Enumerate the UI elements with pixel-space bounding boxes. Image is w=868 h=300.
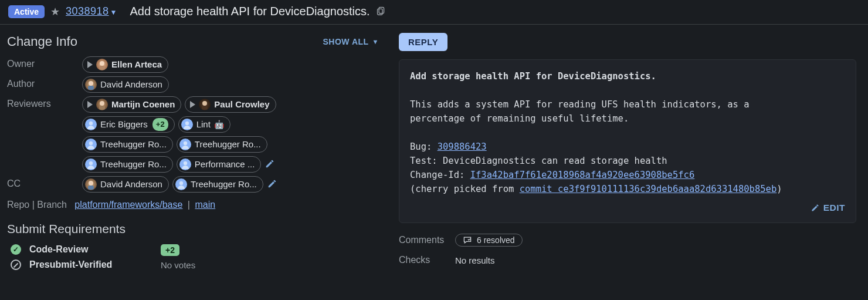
chevron-down-icon[interactable]: ▼ [110, 8, 117, 16]
vote-badge: +2 [152, 118, 168, 131]
repo-branch-row: Repo | Branch platform/frameworks/base |… [7, 200, 379, 210]
cherry-pre: (cherry picked from [410, 184, 520, 194]
avatar [85, 159, 97, 170]
copy-icon[interactable] [376, 6, 386, 18]
repo-branch-label: Repo | Branch [7, 200, 67, 210]
cc-chip[interactable]: Treehugger Ro... [172, 176, 263, 193]
robot-icon: 🤖 [214, 118, 224, 131]
show-all-button[interactable]: SHOW ALL ▼ [323, 37, 379, 46]
owner-chip[interactable]: Ellen Arteca [82, 56, 168, 73]
chevron-down-icon: ▼ [372, 38, 379, 45]
check-icon: ✓ [11, 244, 21, 255]
edit-button[interactable]: EDIT [811, 201, 845, 215]
blocked-icon [11, 259, 21, 270]
comments-chip[interactable]: 6 resolved [455, 234, 523, 247]
commit-body: This adds a system API for reading UFS h… [410, 99, 750, 124]
reviewers-label: Reviewers [7, 96, 82, 109]
vote-badge: +2 [161, 244, 179, 256]
changeid-link[interactable]: If3a42baf7f61e2018968af4a920ee63908be5fc… [470, 170, 695, 180]
requirement-name: Presubmit-Verified [29, 259, 152, 270]
reviewer-chip[interactable]: Lint 🤖 [178, 116, 230, 133]
edit-cc-icon[interactable] [267, 178, 277, 191]
requirement-row: ✓ Code-Review +2 [7, 242, 379, 257]
avatar [199, 99, 211, 110]
test-line: Test: DeviceDiagnostics can read storage… [410, 156, 667, 166]
reviewer-chip[interactable]: Paul Crowley [185, 96, 276, 113]
reviewer-chip[interactable]: Treehugger Ro... [177, 136, 267, 153]
checks-label: Checks [399, 255, 455, 265]
reviewer-chip[interactable]: Martijn Coenen [82, 96, 181, 113]
attention-icon [87, 61, 93, 68]
avatar [96, 99, 108, 110]
status-badge: Active [8, 5, 45, 18]
attention-icon [190, 101, 195, 108]
requirement-name: Code-Review [29, 244, 152, 255]
avatar [96, 59, 108, 70]
reviewer-chip[interactable]: Performance ... [177, 156, 262, 173]
avatar [85, 119, 97, 130]
change-header: Active ★ 3038918▼ Add storage health API… [0, 0, 868, 25]
branch-link[interactable]: main [195, 200, 215, 210]
reviewer-chip[interactable]: Eric Biggers +2 [82, 116, 175, 133]
submit-requirements-heading: Submit Requirements [7, 222, 379, 236]
avatar [179, 139, 191, 150]
cherry-post: ) [777, 184, 782, 194]
comment-icon [463, 235, 472, 245]
requirement-row: Presubmit-Verified No votes [7, 257, 379, 272]
changeid-label: Change-Id: [410, 170, 470, 180]
comments-label: Comments [399, 235, 455, 245]
avatar [85, 178, 97, 190]
author-label: Author [7, 76, 82, 89]
avatar [181, 119, 193, 130]
cc-chip[interactable]: David Anderson [82, 176, 169, 193]
reply-button[interactable]: REPLY [399, 33, 447, 51]
checks-value: No results [455, 255, 495, 265]
bug-link[interactable]: 309886423 [438, 141, 487, 152]
avatar [85, 139, 97, 150]
avatar [175, 178, 187, 190]
reviewer-chip[interactable]: Treehugger Ro... [82, 156, 173, 173]
star-icon[interactable]: ★ [50, 5, 60, 18]
avatar [179, 159, 191, 170]
author-chip[interactable]: David Anderson [82, 76, 169, 93]
attention-icon [87, 101, 93, 108]
owner-label: Owner [7, 56, 82, 69]
cherry-link[interactable]: commit ce3f9f910111136c39deb6aaa82d63314… [520, 184, 777, 194]
repo-link[interactable]: platform/frameworks/base [74, 200, 182, 210]
bug-label: Bug: [410, 141, 438, 152]
cc-label: CC [7, 176, 82, 189]
change-number[interactable]: 3038918▼ [66, 5, 117, 18]
change-title: Add storage health API for DeviceDiagnos… [130, 5, 370, 18]
commit-subject: Add storage health API for DeviceDiagnos… [410, 71, 656, 82]
change-info-heading: Change Info [7, 34, 77, 49]
requirement-value: No votes [161, 260, 195, 270]
reviewer-chip[interactable]: Treehugger Ro... [82, 136, 173, 153]
commit-message: Add storage health API for DeviceDiagnos… [399, 59, 856, 223]
edit-reviewers-icon[interactable] [265, 159, 275, 171]
avatar [85, 79, 97, 90]
